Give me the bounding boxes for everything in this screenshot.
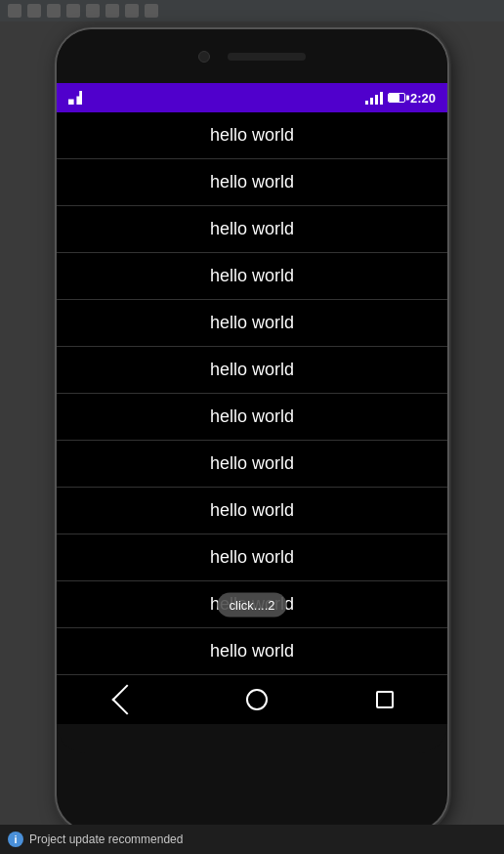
home-button[interactable] [246,689,268,710]
speaker [228,53,306,61]
recents-button[interactable] [376,691,394,708]
click-tooltip: click....2 [218,592,287,617]
list-item[interactable]: hello world [57,112,447,159]
notification-icon: i [8,832,23,847]
recents-icon [376,691,394,708]
list-item[interactable]: hello world [57,441,447,488]
list-item-text: hello world [210,547,294,568]
toolbar-icon[interactable] [145,4,158,18]
ide-toolbar [0,0,504,21]
battery-fill [389,94,399,102]
notification-text: Project update recommended [29,833,183,846]
toolbar-icon[interactable] [47,4,61,18]
toolbar-icon[interactable] [66,4,80,18]
list-item[interactable]: hello world [57,206,447,253]
camera [198,51,210,63]
toolbar-icon[interactable] [27,4,41,18]
signal-bar-2 [370,98,373,105]
list-item-with-tooltip[interactable]: hello world click....2 [57,581,447,628]
back-icon [112,684,143,714]
list-item[interactable]: hello world [57,159,447,206]
toolbar-icon[interactable] [8,4,21,18]
list-item-text: hello world [210,406,294,427]
list-item-text: hello world [210,641,294,662]
list-item[interactable]: hello world [57,394,447,441]
list-item[interactable]: hello world [57,253,447,300]
list-item-text: hello world [210,500,294,521]
status-left [68,91,82,105]
status-time: 2:20 [410,91,436,106]
signal-bars-icon [365,92,383,105]
list-item-text: hello world [210,219,294,239]
list-item[interactable]: hello world [57,488,447,534]
status-bar: 2:20 [57,83,447,112]
back-button[interactable] [110,689,138,710]
list-item-text: hello world [210,360,294,380]
signal-bar-4 [380,92,383,105]
list-item[interactable]: hello world [57,534,447,581]
status-right: 2:20 [365,91,436,106]
toolbar-icon[interactable] [86,4,100,18]
battery-icon [388,93,405,103]
toolbar-icon[interactable] [125,4,139,18]
toolbar-icon[interactable] [105,4,119,18]
signal-bar-1 [365,101,368,105]
list-item[interactable]: hello world [57,628,447,675]
list-item[interactable]: hello world [57,347,447,394]
home-icon [246,689,268,710]
list-item-text: hello world [210,125,294,146]
phone-bottom [57,724,447,753]
signal-bar-3 [375,95,378,105]
navigation-bar [57,675,447,724]
list-item[interactable]: hello world [57,300,447,347]
list-item-text: hello world [210,266,294,286]
list-item-text: hello world [210,453,294,474]
app-content: hello world hello world hello world hell… [57,112,447,675]
list-item-text: hello world [210,172,294,192]
phone-top [57,29,447,83]
phone-frame: 2:20 hello world hello world hello world… [57,29,447,831]
app-status-icon [68,91,82,105]
bottom-notification: i Project update recommended [0,825,504,854]
list-item-text: hello world [210,313,294,333]
